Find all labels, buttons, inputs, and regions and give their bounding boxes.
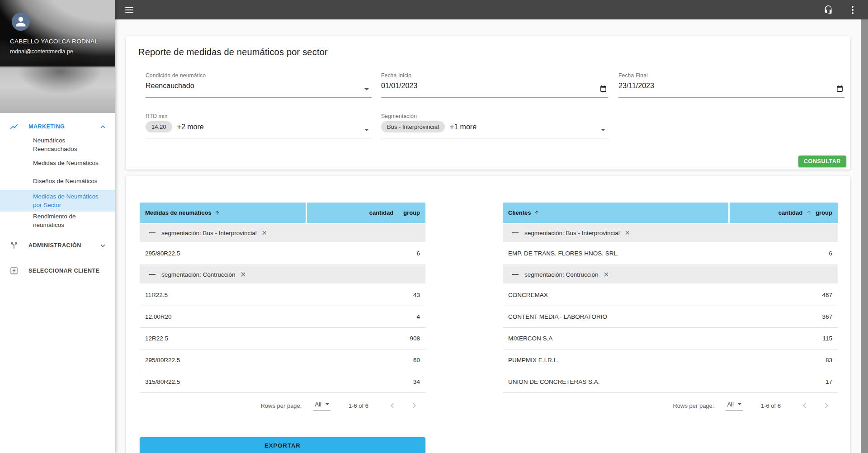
- table-row[interactable]: EMP. DE TRANS. FLORES HNOS. SRL. 6: [503, 243, 838, 264]
- section-label: ADMINISTRACIÓN: [28, 242, 99, 249]
- sidebar-item-disenos-de-neumaticos[interactable]: Diseños de Neumáticos: [0, 172, 115, 190]
- table-row[interactable]: 295/80R22.5 6: [140, 243, 425, 264]
- exportar-button[interactable]: EXPORTAR: [140, 437, 425, 453]
- fecha-final-input[interactable]: Fecha Final 23/11/2023: [618, 72, 844, 98]
- previous-page-icon[interactable]: [387, 401, 397, 411]
- sidebar-item-medidas-por-sector-selected[interactable]: Medidas de Neumáticos por Sector: [0, 190, 115, 212]
- sort-asc-icon: [533, 209, 540, 216]
- page-title: Reporte de medidas de neumáticos por sec…: [138, 47, 328, 57]
- column-header-cantidad[interactable]: cantidad: [369, 209, 393, 216]
- column-header-cantidad[interactable]: cantidad: [778, 209, 802, 216]
- table-row[interactable]: 12R22.5 908: [140, 328, 425, 349]
- rtd-chip[interactable]: 14.20: [146, 121, 172, 132]
- table-header: Clientes cantidad group: [503, 203, 838, 223]
- avatar: [12, 13, 30, 31]
- main-content: Reporte de medidas de neumáticos por sec…: [115, 19, 861, 453]
- next-page-icon[interactable]: [409, 401, 419, 411]
- column-header-group[interactable]: group: [403, 209, 420, 216]
- call-split-icon: [9, 241, 19, 250]
- row-cantidad: 6: [416, 250, 425, 257]
- select-caret-icon: [738, 403, 741, 405]
- rows-per-page-select[interactable]: All: [726, 401, 742, 411]
- sidebar-section-administracion[interactable]: ADMINISTRACIÓN: [0, 236, 115, 255]
- field-value: 01/01/2023: [381, 82, 608, 90]
- filters-card: Reporte de medidas de neumáticos por sec…: [126, 36, 850, 170]
- group-row: segmentación: Bus - Interprovincial: [140, 223, 425, 243]
- dropdown-caret-icon[interactable]: [364, 129, 369, 131]
- remove-group-icon[interactable]: [240, 271, 247, 278]
- segmentacion-chip[interactable]: Bus - Interprovincial: [381, 121, 445, 132]
- pagination-range: 1-6 of 6: [349, 402, 368, 409]
- row-name: MIXERCON S.A: [503, 335, 822, 342]
- section-label: MARKETING: [28, 123, 99, 130]
- more-options-icon[interactable]: [850, 5, 855, 15]
- remove-group-icon[interactable]: [603, 271, 610, 278]
- column-header-group[interactable]: group: [816, 209, 832, 216]
- table-row[interactable]: MIXERCON S.A 115: [503, 328, 838, 349]
- medidas-table: Medidas de neumáticos cantidad group seg…: [140, 203, 425, 453]
- row-cantidad: 467: [822, 292, 838, 298]
- row-cantidad: 17: [826, 378, 838, 385]
- next-page-icon[interactable]: [821, 401, 831, 411]
- sidebar-item-neumaticos-reencauchados[interactable]: Neumáticos Reencauchados: [0, 136, 115, 154]
- table-row[interactable]: 11R22.5 43: [140, 284, 425, 306]
- row-name: CONTENT MEDIA - LABORATORIO: [503, 313, 822, 320]
- segmentacion-select[interactable]: Segmentación Bus - Interprovincial +1 mo…: [381, 113, 608, 138]
- row-cantidad: 4: [416, 313, 425, 320]
- results-card: Medidas de neumáticos cantidad group seg…: [126, 176, 850, 453]
- remove-group-icon[interactable]: [624, 229, 631, 236]
- consultar-button[interactable]: CONSULTAR: [798, 156, 846, 167]
- user-email: rodnal@contentmedia.pe: [10, 48, 73, 55]
- table-header: Medidas de neumáticos cantidad group: [140, 203, 425, 223]
- column-header-clientes[interactable]: Clientes: [503, 203, 728, 223]
- table-row[interactable]: 315/80R22.5 34: [140, 371, 425, 393]
- sort-asc-icon: [214, 209, 221, 216]
- column-header-medidas[interactable]: Medidas de neumáticos: [140, 203, 306, 223]
- pagination: Rows per page: All 1-6 of 6: [140, 396, 425, 415]
- column-title: Clientes: [508, 209, 531, 216]
- row-cantidad: 6: [829, 250, 838, 257]
- field-label: Fecha Final: [618, 72, 844, 79]
- group-row: segmentación: Bus - Interprovincial: [503, 223, 838, 243]
- table-row[interactable]: 295/80R22.5 60: [140, 349, 425, 371]
- rtd-min-select[interactable]: RTD min 14.20 +2 more: [146, 113, 372, 138]
- row-cantidad: 908: [410, 335, 425, 342]
- section-label: SELECCIONAR CLIENTE: [28, 268, 107, 274]
- row-name: PUMPMIX E.I.R.L.: [503, 357, 826, 363]
- calendar-icon[interactable]: [599, 85, 607, 93]
- scrollbar[interactable]: [861, 19, 868, 453]
- headset-icon[interactable]: [824, 5, 833, 14]
- chart-line-icon: [9, 122, 19, 131]
- sidebar-section-marketing[interactable]: MARKETING: [0, 118, 115, 136]
- dropdown-caret-icon[interactable]: [601, 129, 605, 131]
- row-name: 12.00R20: [140, 313, 416, 320]
- sort-asc-icon: [806, 209, 812, 216]
- fecha-inicio-input[interactable]: Fecha Inicio 01/01/2023: [381, 72, 608, 98]
- dropdown-caret-icon[interactable]: [364, 88, 369, 90]
- calendar-icon[interactable]: [836, 85, 844, 93]
- menu-icon[interactable]: [125, 7, 133, 13]
- field-label: Condición de neumático: [146, 72, 372, 79]
- condicion-select[interactable]: Condición de neumático Reencauchado: [146, 72, 372, 98]
- table-row[interactable]: PUMPMIX E.I.R.L. 83: [503, 349, 838, 371]
- table-row[interactable]: UNION DE CONCRETERAS S.A. 17: [503, 371, 838, 393]
- collapse-group-icon[interactable]: [512, 274, 519, 275]
- sidebar-item-rendimiento-de-neumaticos[interactable]: Rendimiento de neumáticos: [0, 212, 115, 230]
- rows-per-page-select[interactable]: All: [313, 401, 330, 411]
- person-icon: [15, 16, 27, 28]
- previous-page-icon[interactable]: [800, 401, 810, 411]
- sidebar-item-medidas-de-neumaticos[interactable]: Medidas de Neumáticos: [0, 154, 115, 172]
- sidebar-nav: MARKETING Neumáticos Reencauchados Medid…: [0, 113, 115, 280]
- remove-group-icon[interactable]: [261, 229, 268, 236]
- rows-per-page-label: Rows per page:: [260, 402, 302, 409]
- collapse-group-icon[interactable]: [149, 274, 156, 275]
- sidebar-item-seleccionar-cliente[interactable]: SELECCIONAR CLIENTE: [0, 262, 115, 280]
- table-row[interactable]: CONTENT MEDIA - LABORATORIO 367: [503, 306, 838, 328]
- collapse-group-icon[interactable]: [149, 232, 156, 233]
- field-label: Segmentación: [381, 113, 608, 119]
- group-row: segmentación: Contrucción: [140, 264, 425, 284]
- row-name: 11R22.5: [140, 292, 413, 298]
- collapse-group-icon[interactable]: [512, 232, 519, 233]
- table-row[interactable]: 12.00R20 4: [140, 306, 425, 328]
- table-row[interactable]: CONCREMAX 467: [503, 284, 838, 306]
